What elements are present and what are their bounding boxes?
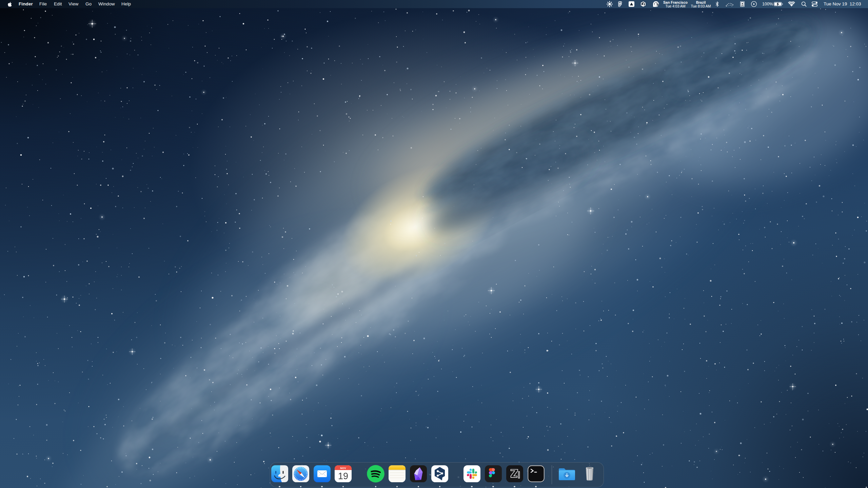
svg-text:19: 19	[338, 471, 348, 481]
svg-text:NOV: NOV	[340, 467, 346, 470]
